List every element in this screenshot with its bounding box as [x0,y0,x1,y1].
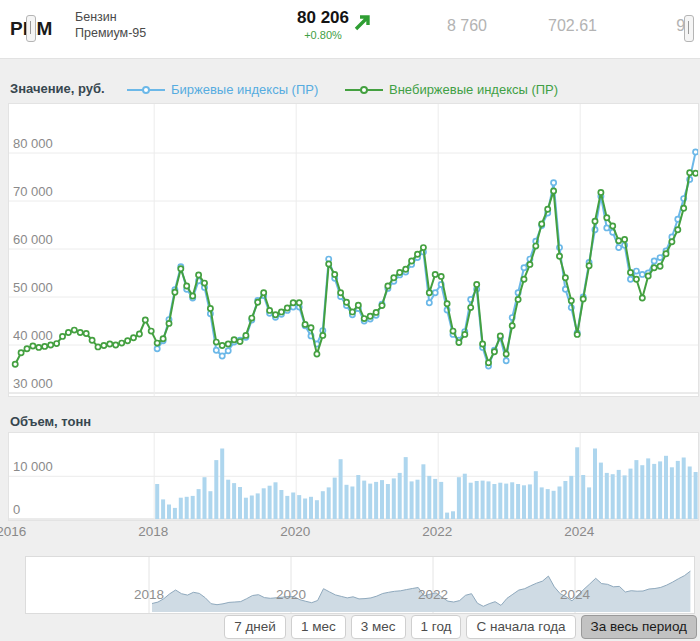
volume-bar[interactable] [380,480,384,519]
volume-bar[interactable] [356,475,360,519]
data-point-marker[interactable] [190,293,195,298]
data-point-marker[interactable] [504,358,509,363]
volume-bar[interactable] [445,513,449,519]
volume-bar[interactable] [250,496,254,520]
data-point-marker[interactable] [232,337,237,342]
volume-bar[interactable] [208,491,212,519]
data-point-marker[interactable] [95,344,100,349]
data-point-marker[interactable] [468,305,473,310]
volume-bar[interactable] [463,474,467,519]
data-point-marker[interactable] [125,338,130,343]
volume-bar[interactable] [558,487,562,520]
data-point-marker[interactable] [36,345,41,350]
data-point-marker[interactable] [527,262,532,267]
price-chart-plot[interactable]: 30 00040 00050 00060 00070 00080 000 [8,103,699,397]
volume-bar[interactable] [197,489,201,519]
volume-bar[interactable] [203,477,207,519]
data-point-marker[interactable] [101,343,106,348]
data-point-marker[interactable] [90,338,95,343]
data-point-marker[interactable] [533,244,538,249]
volume-bar[interactable] [185,497,189,519]
data-point-marker[interactable] [344,300,349,305]
data-point-marker[interactable] [143,317,148,322]
data-point-marker[interactable] [492,349,497,354]
data-point-marker[interactable] [155,341,160,346]
data-point-marker[interactable] [634,277,639,282]
data-point-marker[interactable] [308,325,313,330]
data-point-marker[interactable] [24,346,29,351]
data-point-marker[interactable] [320,333,325,338]
volume-bar[interactable] [676,461,680,519]
data-point-marker[interactable] [409,258,414,263]
volume-bar[interactable] [262,488,266,519]
data-point-marker[interactable] [255,300,260,305]
data-point-marker[interactable] [652,258,657,263]
volume-bar[interactable] [652,464,656,519]
volume-bar[interactable] [587,487,591,519]
data-point-marker[interactable] [652,265,657,270]
volume-bar[interactable] [629,469,633,519]
volume-bar[interactable] [552,491,556,519]
data-point-marker[interactable] [415,252,420,257]
data-point-marker[interactable] [303,322,308,327]
volume-bar[interactable] [510,482,514,519]
data-point-marker[interactable] [604,225,609,230]
data-point-marker[interactable] [84,331,89,336]
data-point-marker[interactable] [297,300,302,305]
navigator-right-handle[interactable] [684,15,694,42]
volume-bar[interactable] [516,484,520,519]
data-point-marker[interactable] [663,251,668,256]
volume-bar[interactable] [285,496,289,519]
volume-bar[interactable] [404,457,408,519]
data-point-marker[interactable] [237,339,242,344]
range-button-1m[interactable]: 1 мес [291,615,346,639]
data-point-marker[interactable] [178,266,183,271]
volume-bar[interactable] [439,482,443,519]
data-point-marker[interactable] [521,277,526,282]
data-point-marker[interactable] [326,261,331,266]
volume-bar[interactable] [416,480,420,519]
data-point-marker[interactable] [226,348,231,353]
data-point-marker[interactable] [403,267,408,272]
volume-bar[interactable] [481,481,485,519]
data-point-marker[interactable] [226,341,231,346]
volume-bar[interactable] [410,481,414,519]
data-point-marker[interactable] [155,346,160,351]
volume-bar[interactable] [682,458,686,520]
range-button-1y[interactable]: 1 год [411,615,462,639]
volume-bar[interactable] [563,481,567,519]
volume-bar[interactable] [226,480,230,519]
data-point-marker[interactable] [551,188,556,193]
data-point-marker[interactable] [356,303,361,308]
data-point-marker[interactable] [640,272,645,277]
data-point-marker[interactable] [433,290,438,295]
data-point-marker[interactable] [66,330,71,335]
data-point-marker[interactable] [658,255,663,260]
volume-bar[interactable] [646,458,650,519]
data-point-marker[interactable] [610,223,615,228]
data-point-marker[interactable] [474,282,479,287]
volume-bar[interactable] [492,484,496,519]
volume-bar[interactable] [291,493,295,520]
volume-bar[interactable] [469,483,473,519]
volume-bar[interactable] [345,485,349,519]
volume-bar[interactable] [694,472,698,519]
data-point-marker[interactable] [291,300,296,305]
data-point-marker[interactable] [208,306,213,311]
volume-bar[interactable] [339,459,343,519]
data-point-marker[interactable] [510,323,515,328]
data-point-marker[interactable] [350,309,355,314]
data-point-marker[interactable] [669,239,674,244]
volume-bar[interactable] [303,499,307,520]
data-point-marker[interactable] [421,245,426,250]
data-point-marker[interactable] [338,290,343,295]
volume-bar[interactable] [161,499,165,519]
data-point-marker[interactable] [646,273,651,278]
volume-bar[interactable] [528,484,532,519]
range-button-ytd[interactable]: С начала года [466,615,575,639]
volume-bar[interactable] [274,482,278,519]
data-point-marker[interactable] [379,303,384,308]
data-point-marker[interactable] [545,207,550,212]
legend-item-exchange[interactable]: Биржевые индексы (ПР) [127,81,318,97]
data-point-marker[interactable] [427,300,432,305]
